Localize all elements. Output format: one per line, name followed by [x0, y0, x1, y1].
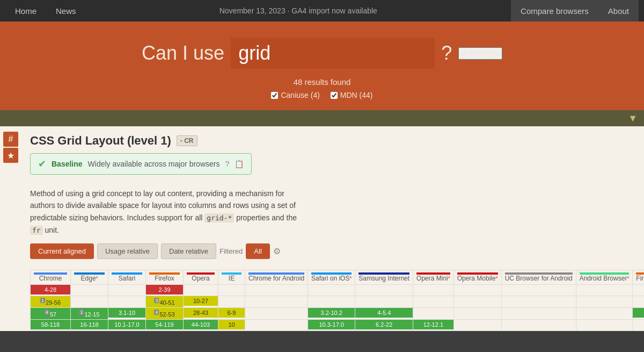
chrome-android-label: Chrome for Android: [248, 275, 304, 282]
cell-block: 129-56: [31, 296, 70, 307]
th-safari-ios: Safari on iOS*: [308, 270, 355, 285]
table-cell: 6-9: [218, 308, 245, 320]
filter-caniuse-checkbox[interactable]: [271, 92, 278, 99]
table-cell: 112-15: [71, 308, 108, 320]
filter-mdn-checkbox[interactable]: [331, 92, 338, 99]
cell-block: 28-43: [184, 308, 218, 318]
baseline-text: Widely available across major browsers: [88, 160, 220, 168]
table-cell: 4-5.4: [355, 308, 413, 320]
cell-block: [245, 320, 308, 331]
table-cell: [245, 285, 308, 296]
gear-icon: ⚙: [459, 48, 467, 59]
table-row: 129-56 340-5110-27: [31, 296, 645, 308]
cell-block: [245, 308, 308, 319]
filter-bar: ▼: [0, 110, 644, 126]
search-input[interactable]: [231, 38, 435, 69]
opera-mini-label: Opera Mini: [416, 275, 448, 282]
cell-block: 2.1-4.4.4: [633, 308, 644, 318]
cell-block: 112-15: [71, 308, 108, 319]
table-cell: [576, 296, 633, 308]
desc-text-3: unit.: [43, 226, 59, 234]
opera-mobile-label: Opera Mobile: [457, 275, 496, 282]
th-uc: UC Browser for Android: [501, 270, 576, 285]
main-content: # ★ CSS Grid Layout (level 1) - CR ✔ Bas…: [0, 126, 644, 331]
filter-caniuse-label: Caniuse (4): [281, 91, 319, 99]
info-icon[interactable]: 📋: [235, 160, 244, 168]
cell-block: 12-12.1: [413, 320, 453, 329]
tab-all[interactable]: All: [246, 243, 269, 259]
table-cell: [501, 296, 576, 308]
baseline-label: Baseline: [52, 160, 83, 168]
table-row: 457112-153.1-10452-5328-436-9 3.2-10.24-…: [31, 308, 645, 320]
table-cell: [245, 319, 308, 331]
nav-news[interactable]: News: [46, 0, 86, 21]
table-row: 58-11816-11810.1-17.054-11944-10310 10.3…: [31, 319, 645, 331]
table-cell: [71, 285, 108, 296]
cell-block: 6-9: [218, 308, 245, 318]
table-cell: 10.3-17.0: [308, 319, 355, 331]
cell-block: 44-103: [184, 320, 218, 329]
table-cell: [501, 308, 576, 320]
filter-caniuse[interactable]: Caniuse (4): [271, 91, 319, 99]
th-android-browser: Android Browser*: [576, 270, 633, 285]
cell-block: 2-39: [146, 285, 183, 294]
star-button[interactable]: ★: [3, 148, 18, 163]
table-cell: [184, 285, 218, 296]
settings-button[interactable]: ⚙ Settings: [458, 47, 502, 60]
filter-mdn[interactable]: MDN (44): [331, 91, 373, 99]
help-icon[interactable]: ?: [225, 160, 229, 168]
table-row: 4-28 2-39: [31, 285, 645, 296]
cell-block: [633, 285, 644, 296]
cell-block: [576, 285, 633, 296]
cell-block: [576, 320, 633, 331]
nav-home[interactable]: Home: [5, 0, 46, 21]
hero-title-row: Can I use ? ⚙ Settings: [11, 38, 633, 69]
feature-content: CSS Grid Layout (level 1) - CR ✔ Baselin…: [21, 126, 644, 331]
tab-current-aligned[interactable]: Current aligned: [30, 243, 94, 259]
cell-block: 54-119: [146, 320, 183, 329]
table-cell: 340-51: [146, 296, 184, 308]
side-buttons: # ★: [0, 126, 21, 331]
th-opera: Opera: [184, 270, 218, 285]
hash-button[interactable]: #: [3, 132, 18, 147]
table-cell: 44-103: [184, 319, 218, 331]
announcement-text: GA4 import now available: [291, 6, 377, 15]
compat-table-wrapper: Chrome Edge* Safari Firefox: [30, 264, 644, 331]
table-cell: 457: [31, 308, 71, 320]
nav-about[interactable]: About: [598, 0, 639, 21]
android-browser-note: *: [627, 276, 629, 282]
table-cell: 4-28: [31, 285, 71, 296]
filter-icon[interactable]: ▼: [628, 113, 638, 124]
table-cell: 452-53: [146, 308, 184, 320]
cell-block: [308, 285, 355, 296]
code-grid-star: grid-*: [204, 213, 234, 222]
tab-date-relative[interactable]: Date relative: [161, 243, 216, 259]
cell-block: [355, 296, 413, 307]
table-cell: 2-39: [146, 285, 184, 296]
ie-label: IE: [229, 275, 235, 282]
tab-usage-relative[interactable]: Usage relative: [97, 243, 158, 259]
table-cell: [108, 296, 146, 308]
table-cell: [453, 296, 501, 308]
cell-block: [454, 320, 501, 331]
cell-block: [454, 285, 501, 296]
opera-label: Opera: [192, 275, 209, 282]
hero-suffix: ?: [441, 42, 452, 64]
table-cell: [245, 308, 308, 320]
cell-block: [502, 308, 576, 319]
samsung-label: Samsung Internet: [358, 275, 409, 282]
th-edge: Edge*: [71, 270, 108, 285]
cell-block: [308, 296, 355, 307]
tab-gear-icon[interactable]: ⚙: [273, 246, 281, 256]
code-fr: fr: [30, 226, 43, 235]
nav-compare[interactable]: Compare browsers: [511, 0, 598, 21]
table-cell: [453, 319, 501, 331]
table-cell: 129-56: [31, 296, 71, 308]
cell-block: [502, 320, 576, 331]
cell-block: 10.1-17.0: [108, 320, 145, 329]
table-cell: [633, 285, 644, 296]
table-cell: 58-118: [31, 319, 71, 331]
table-cell: 16-118: [71, 319, 108, 331]
cell-block: [413, 285, 453, 296]
table-cell: [453, 285, 501, 296]
